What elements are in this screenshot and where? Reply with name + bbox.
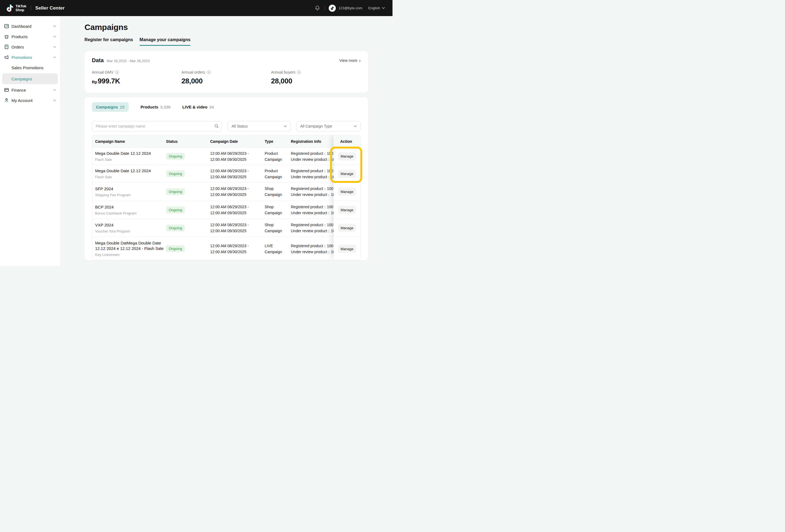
table-row: VXP 2024Voucher Xtra Program Ongoing 12:… — [92, 219, 360, 237]
campaigns-table: Campaign Name Status Campaign Date Type … — [92, 135, 361, 260]
chevron-down-icon — [53, 36, 56, 37]
chevron-down-icon — [53, 89, 56, 91]
manage-button[interactable]: Manage — [338, 152, 356, 160]
promotions-megaphone-icon — [4, 54, 9, 60]
stat-annual-orders: Annual orders? 28,000 — [181, 70, 271, 85]
top-bar: TikTok Shop Seller Center 123@byte.com E… — [0, 0, 392, 16]
tab-manage-your-campaigns[interactable]: Manage your campaigns — [140, 37, 191, 46]
chevron-down-icon — [53, 56, 56, 58]
products-icon — [4, 34, 9, 39]
entity-tabs: Campaigns 15 Products 3,338 LIVE & video… — [92, 102, 361, 112]
table-row: Mega Double Date 12.12 2024Flash Sale On… — [92, 165, 360, 183]
table-row: SFP 2024Shipping Fee Program Ongoing 12:… — [92, 183, 360, 201]
notification-bell-icon[interactable] — [314, 5, 320, 11]
chevron-right-icon: › — [359, 58, 361, 62]
tab-campaigns[interactable]: Campaigns 15 — [92, 102, 129, 112]
tiktok-logo-icon — [6, 4, 14, 12]
stat-annual-buyers: Annual buyers? 28,000 — [271, 70, 361, 85]
manage-button[interactable]: Manage — [338, 187, 356, 196]
action-column: Action Manage Manage Manage Manage Manag… — [334, 135, 360, 260]
tab-products[interactable]: Products 3,338 — [141, 105, 171, 109]
sidebar: Dashboard Products Orders Promotions Sal… — [0, 16, 60, 266]
data-date-range: Mar 26,2023 - Mar 26,2023 — [107, 59, 150, 63]
manage-button[interactable]: Manage — [338, 245, 356, 253]
status-filter-select[interactable]: All Status — [228, 121, 290, 131]
sidebar-item-my-account[interactable]: My Account — [0, 95, 60, 105]
status-badge: Ongoing — [166, 170, 185, 177]
app-title: Seller Center — [35, 5, 65, 11]
user-icon — [4, 98, 9, 103]
campaign-search-input[interactable] — [92, 121, 222, 131]
status-badge: Ongoing — [166, 245, 185, 252]
tab-live-video[interactable]: LIVE & video 34 — [182, 105, 214, 109]
help-icon[interactable]: ? — [115, 70, 119, 74]
chevron-down-icon — [354, 125, 357, 127]
chevron-down-icon — [53, 25, 56, 27]
status-badge: Ongoing — [166, 225, 185, 231]
stat-annual-gmv: Annual GMV? Rp999.7K — [92, 70, 181, 85]
manage-button[interactable]: Manage — [338, 224, 356, 232]
page-tabs: Register for campaigns Manage your campa… — [84, 37, 368, 46]
sidebar-item-promotions[interactable]: Promotions — [0, 52, 60, 62]
status-badge: Ongoing — [166, 188, 185, 195]
sidebar-item-dashboard[interactable]: Dashboard — [0, 21, 60, 31]
data-card: Data Mar 26,2023 - Mar 26,2023 View more… — [84, 51, 368, 93]
status-badge: Ongoing — [166, 153, 185, 160]
table-header-row: Campaign Name Status Campaign Date Type … — [92, 135, 360, 148]
tiktok-shop-wordmark: TikTok Shop — [16, 4, 26, 12]
view-more-link[interactable]: View more › — [339, 58, 361, 63]
data-card-title: Data — [92, 57, 104, 64]
sidebar-item-orders[interactable]: Orders — [0, 42, 60, 52]
table-row: BCP 2024Bonus Cashback Program Ongoing 1… — [92, 201, 360, 219]
chevron-down-icon — [284, 125, 287, 127]
account-email: 123@byte.com — [338, 6, 362, 10]
table-row: Mega Double DatMega Double Date 12.12 20… — [92, 237, 360, 260]
chevron-down-icon — [382, 7, 385, 9]
sidebar-item-sales-promotions[interactable]: Sales Promotions — [0, 62, 60, 73]
sidebar-item-finance[interactable]: Finance — [0, 85, 60, 95]
chevron-down-icon — [53, 46, 56, 48]
language-label: English — [368, 6, 380, 10]
help-icon[interactable]: ? — [297, 70, 301, 74]
sidebar-item-campaigns[interactable]: Campaigns — [2, 73, 58, 84]
sidebar-item-products[interactable]: Products — [0, 31, 60, 42]
account-avatar[interactable] — [329, 5, 336, 12]
campaigns-panel: Campaigns 15 Products 3,338 LIVE & video… — [84, 97, 368, 260]
filter-row: All Status All Campaign Type — [92, 121, 361, 131]
manage-button[interactable]: Manage — [338, 206, 356, 214]
status-badge: Ongoing — [166, 207, 185, 213]
language-selector[interactable]: English — [368, 6, 385, 10]
help-icon[interactable]: ? — [207, 70, 211, 74]
search-icon[interactable] — [214, 124, 219, 128]
topbar-divider — [325, 6, 325, 10]
table-row: Mega Double Date 12.12 2024Flash Sale On… — [92, 148, 360, 165]
campaign-type-filter-select[interactable]: All Campaign Type — [296, 121, 361, 131]
page-title: Campaigns — [84, 23, 368, 32]
tab-register-for-campaigns[interactable]: Register for campaigns — [84, 37, 133, 46]
chevron-down-icon — [53, 100, 56, 101]
topbar-divider — [31, 5, 31, 11]
orders-icon — [4, 44, 9, 50]
main-content: Campaigns Register for campaigns Manage … — [60, 16, 392, 266]
manage-button[interactable]: Manage — [338, 170, 356, 178]
finance-icon — [4, 87, 9, 93]
dashboard-icon — [4, 23, 9, 29]
